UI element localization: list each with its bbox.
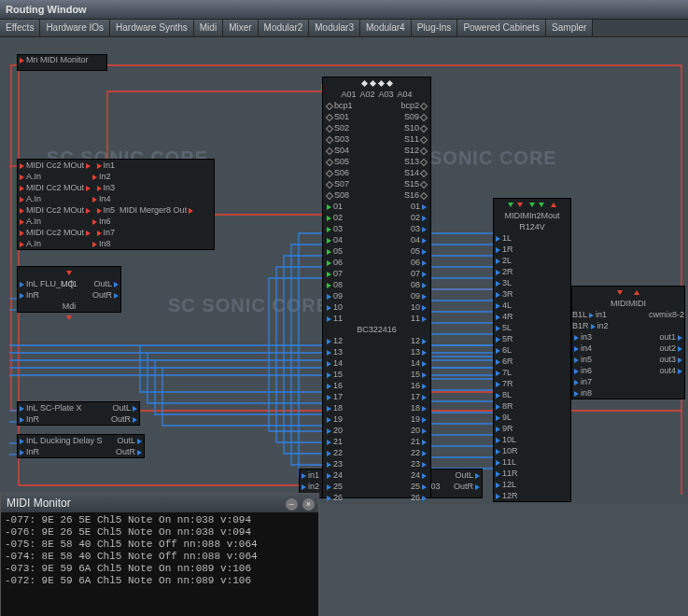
tab-bar: EffectsHardware IOsHardware SynthsMidiMi… [0,20,688,37]
node-midi-monitor[interactable]: Mn MIDI Monitor [17,54,107,71]
node-sc-plate[interactable]: InL SC-Plate XOutLInR OutR [17,401,140,426]
midi-monitor-titlebar[interactable]: MIDI Monitor – × [1,494,318,512]
tab-hardware-ios[interactable]: Hardware IOs [40,20,110,36]
tab-hardware-synths[interactable]: Hardware Synths [110,20,194,36]
node-cwmix[interactable]: MIDIMIDIB1Lin1cwmix8-2B1Rin2in3out1in4ou… [571,286,685,399]
midi-monitor-log: -077: 9E 26 5E Chl5 Note On nn:038 v:094… [1,512,318,589]
tab-midi[interactable]: Midi [194,20,223,36]
node-midi-merger[interactable]: MIDI Cc2 MOut In1A.In In2MIDI Cc2 MOut I… [17,159,215,250]
tab-modular2[interactable]: Modular2 [259,20,310,36]
node-midiin2mout[interactable]: MIDIMIn2MoutR124V1L1R2L2R3L3R4L4R5L5R6L6… [493,198,571,502]
midi-monitor-tag: Mn [26,55,38,64]
minimize-icon[interactable]: – [286,498,298,511]
tab-modular3[interactable]: Modular3 [309,20,360,36]
routing-canvas[interactable]: SC SONIC CORE SONIC CORE SC SONIC CORE [0,37,688,504]
node-ducking-delay[interactable]: InL Ducking Delay SOutLInR OutR [17,434,145,458]
window-titlebar: Routing Window [0,0,688,20]
tab-powered-cabinets[interactable]: Powered Cabinets [457,20,546,36]
tab-modular4[interactable]: Modular4 [360,20,412,36]
midi-monitor-title: MIDI Monitor [7,494,71,512]
midi-monitor-name: MIDI Monitor [40,55,89,64]
midi-monitor-window[interactable]: MIDI Monitor – × -077: 9E 26 5E Chl5 Not… [0,493,319,616]
node-md1[interactable]: Md1InL FLU_LIQOutLInR OutRMdi [17,266,121,313]
watermark: SONIC CORE [429,147,557,169]
merger-label: MIDI Merger8 Out [119,204,187,216]
tab-sampler[interactable]: Sampler [546,20,593,36]
close-icon[interactable]: × [302,498,315,511]
tab-plug-ins[interactable]: Plug-Ins [412,20,458,36]
tab-mixer[interactable]: Mixer [223,20,258,36]
tab-effects[interactable]: Effects [0,20,40,36]
node-mixer[interactable]: A01A02A03A04bcp1bcp2S01S09S02S10S03S11S0… [322,77,431,498]
watermark: SC SONIC CORE [168,295,330,316]
